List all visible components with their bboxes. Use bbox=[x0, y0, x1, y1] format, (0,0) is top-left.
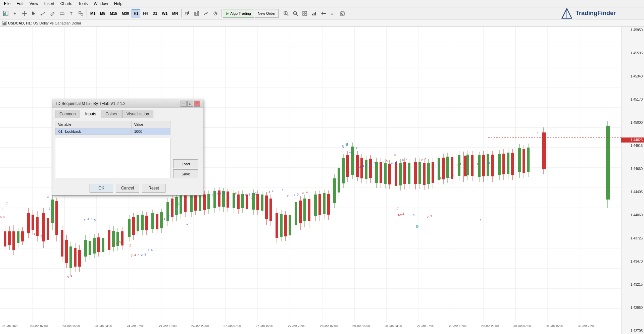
toolbar-eraser[interactable] bbox=[58, 9, 66, 18]
cancel-button[interactable]: Cancel bbox=[116, 184, 139, 192]
dialog-tabs: Common Inputs Colors Visualization bbox=[52, 108, 203, 118]
svg-line-30 bbox=[296, 14, 298, 16]
titlebar-controls: — □ × bbox=[181, 101, 200, 107]
toolbar-volumes[interactable] bbox=[310, 9, 318, 18]
chart-symbol: USDCAD, H1: bbox=[8, 21, 32, 25]
dialog-action-buttons: Load Save bbox=[173, 121, 200, 178]
svg-rect-38 bbox=[315, 12, 316, 15]
main-area: 4 7 3 2 5 6 1 1 2 1 3 6 2 3 4 5 3 4 5 2 … bbox=[0, 27, 644, 334]
toolbar-crosshair[interactable] bbox=[20, 9, 29, 18]
menu-window[interactable]: Window bbox=[91, 1, 111, 7]
eraser-icon bbox=[59, 11, 65, 16]
svg-text:+: + bbox=[13, 11, 16, 16]
timeframe-h4[interactable]: H4 bbox=[141, 9, 150, 17]
toolbar-autoscale[interactable]: A↕ bbox=[329, 9, 337, 18]
toolbar-line-chart[interactable] bbox=[202, 9, 210, 18]
close-icon: × bbox=[196, 102, 198, 105]
menu-insert[interactable]: Insert bbox=[42, 1, 57, 7]
bar-chart-icon bbox=[194, 11, 199, 16]
toolbar: + T M1 M5 M15 M30 H1 H4 D1 W1 MN ▶ bbox=[0, 7, 644, 19]
svg-rect-13 bbox=[79, 11, 81, 13]
autoscroll-icon bbox=[321, 11, 326, 16]
toolbar-chart-type[interactable] bbox=[183, 9, 192, 18]
chart-icon bbox=[2, 21, 7, 25]
dialog-table-area: Variable Value 01 Lookback 1000 bbox=[55, 121, 170, 178]
row-variable: Lookback bbox=[65, 129, 81, 133]
reset-button[interactable]: Reset bbox=[142, 184, 165, 192]
menu-view[interactable]: View bbox=[27, 1, 41, 7]
table-cell-value[interactable]: 1000 bbox=[131, 128, 170, 135]
load-button[interactable]: Load bbox=[173, 159, 198, 168]
timeframe-h1[interactable]: H1 bbox=[132, 9, 140, 17]
close-button[interactable]: × bbox=[194, 101, 200, 107]
toolbar-indicator[interactable] bbox=[211, 9, 220, 18]
maximize-icon: □ bbox=[189, 102, 191, 105]
svg-point-14 bbox=[81, 13, 83, 15]
autoscale-icon: A↕ bbox=[330, 11, 336, 16]
svg-rect-17 bbox=[187, 12, 188, 15]
svg-rect-37 bbox=[314, 13, 315, 15]
tab-inputs[interactable]: Inputs bbox=[81, 110, 101, 118]
menu-charts[interactable]: Charts bbox=[58, 1, 75, 7]
chart-status-bar: USDCAD, H1: US Dollar vs Canadian Dollar bbox=[0, 19, 644, 27]
table-row[interactable]: 01 Lookback 1000 bbox=[55, 128, 170, 135]
toolbar-line[interactable] bbox=[39, 9, 48, 18]
toolbar-zoom-in-chart[interactable] bbox=[282, 9, 290, 18]
timeframe-d1[interactable]: D1 bbox=[151, 9, 159, 17]
trading-finder-logo-icon bbox=[561, 7, 573, 19]
timeframe-w1[interactable]: W1 bbox=[160, 9, 170, 17]
new-order-button[interactable]: New Order bbox=[255, 9, 279, 18]
toolbar-autoscroll[interactable] bbox=[319, 9, 328, 18]
menu-bar: File Edit View Insert Charts Tools Windo… bbox=[0, 0, 644, 7]
inputs-table: Variable Value 01 Lookback 1000 bbox=[55, 121, 170, 135]
svg-rect-49 bbox=[5, 22, 6, 25]
menu-help[interactable]: Help bbox=[111, 1, 125, 7]
svg-rect-34 bbox=[303, 14, 304, 15]
svg-rect-10 bbox=[60, 13, 64, 15]
toolbar-pencil[interactable] bbox=[48, 9, 57, 18]
toolbar-shapes[interactable] bbox=[77, 9, 85, 18]
toolbar-screenshot[interactable] bbox=[338, 9, 347, 18]
toolbar-cursor[interactable] bbox=[30, 9, 38, 18]
menu-file[interactable]: File bbox=[1, 1, 13, 7]
toolbar-zoom-out-chart[interactable] bbox=[291, 9, 300, 18]
svg-line-9 bbox=[53, 12, 54, 13]
svg-point-42 bbox=[342, 13, 343, 14]
toolbar-new-chart[interactable] bbox=[1, 9, 10, 18]
svg-rect-33 bbox=[305, 11, 307, 13]
svg-rect-48 bbox=[4, 22, 5, 25]
tab-common[interactable]: Common bbox=[55, 110, 80, 118]
toolbar-bar-chart[interactable] bbox=[192, 9, 201, 18]
separator-3 bbox=[221, 9, 221, 17]
play-icon: ▶ bbox=[226, 11, 229, 16]
menu-edit[interactable]: Edit bbox=[14, 1, 26, 7]
tab-colors[interactable]: Colors bbox=[101, 110, 121, 118]
timeframe-mn[interactable]: MN bbox=[170, 9, 180, 17]
dialog-overlay: TD Sequential MT5 - By TFlab V1.2 1.2 — … bbox=[0, 27, 644, 334]
screenshot-icon bbox=[340, 11, 345, 16]
svg-line-26 bbox=[287, 14, 288, 16]
cursor-icon bbox=[31, 11, 37, 16]
separator-1 bbox=[87, 9, 87, 17]
svg-rect-21 bbox=[198, 11, 199, 15]
save-button[interactable]: Save bbox=[173, 169, 198, 178]
timeframe-m5[interactable]: M5 bbox=[98, 9, 107, 17]
text-tool-icon: T bbox=[69, 11, 74, 16]
toolbar-zoom-in[interactable]: + bbox=[11, 9, 19, 18]
timeframe-m30[interactable]: M30 bbox=[120, 9, 131, 17]
menu-tools[interactable]: Tools bbox=[76, 1, 90, 7]
svg-rect-35 bbox=[305, 14, 307, 15]
zoom-in-icon: + bbox=[12, 11, 18, 16]
toolbar-text[interactable]: T bbox=[67, 9, 76, 18]
maximize-button[interactable]: □ bbox=[187, 101, 193, 107]
timeframe-m1[interactable]: M1 bbox=[88, 9, 97, 17]
minimize-button[interactable]: — bbox=[181, 101, 187, 107]
ok-button[interactable]: OK bbox=[90, 184, 113, 192]
timeframe-m15[interactable]: M15 bbox=[108, 9, 119, 17]
algo-trading-button[interactable]: ▶ Algo Trading bbox=[223, 9, 254, 18]
svg-rect-32 bbox=[303, 11, 304, 13]
toolbar-grid[interactable] bbox=[300, 9, 309, 18]
row-id: 01 bbox=[58, 129, 62, 133]
crosshair-icon bbox=[22, 11, 27, 16]
tab-visualization[interactable]: Visualization bbox=[122, 110, 153, 118]
